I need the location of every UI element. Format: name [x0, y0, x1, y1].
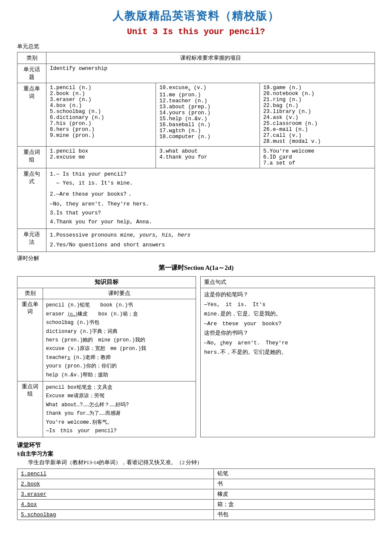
left-knowledge: 知识目标 类别 课时要点 重点单词 pencil (n.)铅笔 book (n.…	[17, 276, 196, 437]
cat-vocab: 重点单词	[17, 83, 46, 147]
cat-phrase: 重点词组	[17, 147, 46, 168]
knowledge-table: 知识目标 类别 课时要点 重点单词 pencil (n.)铅笔 book (n.…	[17, 276, 196, 437]
vocab-word-1: 1.pencil	[17, 469, 214, 479]
classroom-title: 课堂环节	[17, 442, 375, 449]
key-sent-label: 重点句式	[201, 277, 375, 288]
sent-content: 这是你的铅笔吗？ —Yes, it is. It's mine.是的，它是。它是…	[201, 288, 375, 360]
vocab-word-4: 4.box	[17, 500, 214, 510]
vocab-col2: 10.excuses (v.)11.me (pron.)12.teacher (…	[156, 83, 260, 147]
kn-header-row: 类别 课时要点	[17, 288, 196, 299]
grammar-row: 单元语法 1.Possessive pronouns mine, yours, …	[17, 229, 375, 252]
main-title: 人教版精品英语资料（精校版）	[17, 9, 375, 23]
vocab-item-1: 1.pencil 铅笔	[17, 469, 375, 479]
overview-header-row: 类别 课程标准要求掌握的项目	[17, 52, 375, 64]
cat-sentence: 重点句式	[17, 168, 46, 229]
vocab-item-3: 3.eraser 橡皮	[17, 489, 375, 500]
kn-vocab-content: pencil (n.)铅笔 book (n.)书 eraser (n.)橡皮 b…	[43, 299, 196, 382]
right-keysent: 重点句式 这是你的铅笔吗？ —Yes, it is. It's mine.是的，…	[200, 276, 375, 437]
overview-table: 类别 课程标准要求掌握的项目 单元话题 Identify ownership 重…	[17, 52, 375, 252]
study-note: 学生自学新单词（教材P13-14的单词），看谁记得又快又准。（2 分钟）	[17, 459, 375, 466]
vocab-meaning-3: 橡皮	[214, 489, 375, 500]
vocab-meaning-1: 铅笔	[214, 469, 375, 479]
sentence-row: 重点句式 1.— Is this your pencil? — Yes, it …	[17, 168, 375, 229]
vocab-item-2: 2.book 书	[17, 479, 375, 489]
grammar-content: 1.Possessive pronouns mine, yours, his, …	[46, 229, 375, 252]
phrase-col2: 3.what about4.thank you for	[156, 147, 260, 168]
vocab-meaning-5: 书包	[214, 510, 375, 520]
classroom-section: 课堂环节 §自主学习方案 学生自学新单词（教材P13-14的单词），看谁记得又快…	[17, 442, 375, 520]
vocab-word-2: 2.book	[17, 479, 214, 489]
topic-row: 单元话题 Identify ownership	[17, 64, 375, 83]
coursetime-label: 课时分解	[17, 254, 375, 262]
vocab-word-5: 5.schoolbag	[17, 510, 214, 520]
bottom-two-col: 知识目标 类别 课时要点 重点单词 pencil (n.)铅笔 book (n.…	[17, 276, 375, 437]
vocab-item-5: 5.schoolbag 书包	[17, 510, 375, 520]
vocab-row: 重点单词 1.pencil (n.)2.book (n.)3.eraser (n…	[17, 83, 375, 147]
vocab-item-4: 4.box 箱；盒	[17, 500, 375, 510]
vocab-col3: 19.game (n.)20.notebook (n.)21.ring (n.)…	[259, 83, 375, 147]
kn-vocab-row: 重点单词 pencil (n.)铅笔 book (n.)书 eraser (n.…	[17, 299, 196, 382]
vocab-word-3: 3.eraser	[17, 489, 214, 500]
topic-content: Identify ownership	[46, 64, 375, 83]
vocab-meaning-4: 箱；盒	[214, 500, 375, 510]
vocab-mini-table: 1.pencil 铅笔 2.book 书 3.eraser 橡皮 4.box 箱…	[17, 468, 375, 520]
cat-topic: 单元话题	[17, 64, 46, 83]
lesson-title: 第一课时Section A(1a～2d)	[17, 264, 375, 272]
kn-phrase-content: pencil box铅笔盒；文具盒 Excuse me请原谅；劳驾 What a…	[43, 381, 196, 437]
vocab-meaning-2: 书	[214, 479, 375, 489]
kn-cat-vocab: 重点单词	[17, 299, 43, 382]
overview-label: 单元总览	[17, 43, 375, 50]
kn-title-row: 知识目标	[17, 277, 196, 288]
col-content-header: 课程标准要求掌握的项目	[46, 52, 375, 64]
kn-col-cat: 类别	[17, 288, 43, 299]
col-cat-header: 类别	[17, 52, 46, 64]
kn-phrase-row: 重点词组 pencil box铅笔盒；文具盒 Excuse me请原谅；劳驾 W…	[17, 381, 196, 437]
kn-title: 知识目标	[17, 277, 196, 288]
kn-cat-phrase: 重点词组	[17, 381, 43, 437]
unit-title: Unit 3 Is this your pencil?	[17, 27, 375, 37]
vocab-col1: 1.pencil (n.)2.book (n.)3.eraser (n.)4.b…	[46, 83, 156, 147]
sub-title: §自主学习方案	[17, 450, 375, 458]
phrase-col1: 1.pencil box2.excuse me	[46, 147, 156, 168]
cat-grammar: 单元语法	[17, 229, 46, 252]
sentence-content: 1.— Is this your pencil? — Yes, it is. I…	[46, 168, 375, 229]
key-sent-box: 重点句式 这是你的铅笔吗？ —Yes, it is. It's mine.是的，…	[200, 276, 375, 437]
phrase-row: 重点词组 1.pencil box2.excuse me 3.what abou…	[17, 147, 375, 168]
kn-col-content: 课时要点	[43, 288, 196, 299]
phrase-col3: 5.You're welcome6.ID card7.a set of	[259, 147, 375, 168]
